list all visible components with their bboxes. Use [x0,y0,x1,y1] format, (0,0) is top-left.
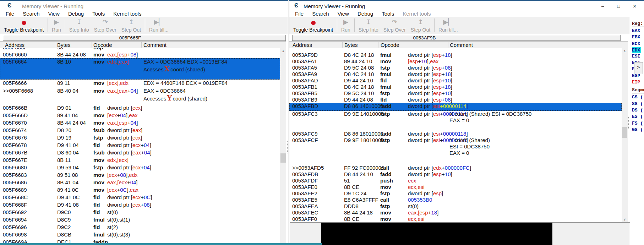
column-separator[interactable] [378,42,378,48]
disasm-row[interactable]: 0053AFA5D9 5C 24 08fstpdword ptr [esp+08… [289,65,622,71]
disassembly-list[interactable]: 0053AF9DD8 4C 24 18fmuldword ptr [esp+18… [289,48,622,222]
menu-item-view[interactable]: View [44,11,64,17]
menu-item-debug[interactable]: Debug [64,11,88,17]
panel-splitter[interactable] [287,141,288,153]
segment-register-ds[interactable]: DS ( [632,107,644,114]
disasm-row[interactable]: 005F666689 11mov[ecx],edxEDX = 4460F148 … [0,80,280,87]
toolbar-run-till-button[interactable]: ▶▏Run till... [436,17,460,34]
menu-item-kernel-tools[interactable]: Kernel tools [398,11,435,17]
disassembly-list[interactable]: 005F665F90nop005F66608B 44 24 08moveax,[… [0,48,280,245]
disasm-row[interactable]: 0053AFE5E8 C6A3FFFFcall005353B0 [289,197,622,203]
menu-item-file[interactable]: File [289,11,308,17]
disasm-row[interactable]: 005F66608B 44 24 08moveax,[esp+08] [0,51,280,58]
disasm-row[interactable]: 005F6680D9 59 04fstpdword ptr [ecx+04] [0,164,280,172]
toolbar-step-over-button[interactable]: ↷Step Over [381,17,408,34]
disasm-row[interactable]: 005F6674D8 20fsubdword ptr [eax] [0,127,280,134]
disasm-row[interactable]: 0053AFEC8B 44 24 18moveax,[esp+18] [289,209,622,216]
disasm-row[interactable]: 0053AFDBD8 44 24 10fadddword ptr [esp+10… [289,171,622,178]
disasm-row[interactable]: 005F6694D8C9fmulst(0),st(1) [0,216,280,224]
minimize-button[interactable]: – [595,1,611,11]
disasm-row[interactable]: 0053AFADD9 44 24 10flddword ptr [esp+10] [289,77,622,84]
disasm-row[interactable]: 0053AFE2D9 1C 24fstpdword ptr [esp] [289,190,622,197]
disasm-row[interactable]: 0053AF9DD8 4C 24 18fmuldword ptr [esp+18… [289,52,622,58]
register-ecx[interactable]: ECX [632,41,644,47]
disasm-row[interactable]: 0053AFA189 44 24 10mov[esp+10],eax [289,58,622,65]
column-header-address[interactable]: Address [5,42,24,48]
disasm-row[interactable]: 0053AFE08B CEmovecx,esi [289,184,622,190]
disasm-row[interactable]: 0053AFA9D8 4C 24 18fmuldword ptr [esp+18… [289,71,622,77]
toolbar-toggle-breakpoint-button[interactable]: Toggle Breakpoint [1,17,46,34]
disasm-row[interactable]: 005F6676D9 19fstpdword ptr [ecx] [0,134,280,142]
column-separator[interactable] [448,42,448,48]
menu-item-file[interactable]: File [0,11,18,17]
disasm-row[interactable]: 0053AFBDD8 86 14010000fadddword ptr [esi… [289,103,622,111]
menu-item-search[interactable]: Search [18,11,44,17]
disasm-row[interactable]: 0053AFCFD9 9E 18010000fstpdword ptr [esi… [289,137,622,165]
disasm-row[interactable]: 0053AFB1D8 4C 24 18fmuldword ptr [esp+18… [289,84,622,90]
toolbar-step-into-button[interactable]: ↧Step Into [67,17,92,34]
scroll-down-icon[interactable]: ∨ [622,217,628,222]
disasm-row[interactable]: 005F667BD8 60 04fsubdword ptr [eax+04] [0,149,280,157]
toolbar-run-button[interactable]: ▶Run [49,17,64,34]
segment-register-fs[interactable]: FS ( [632,120,644,127]
toolbar-toggle-breakpoint-button[interactable]: Toggle Breakpoint [291,17,335,34]
segment-register-ss[interactable]: SS ( [632,101,644,107]
titlebar[interactable]: Є Memory Viewer - Running [0,1,288,11]
disasm-row[interactable]: 005F666D89 41 04mov[ecx+04],eax [0,112,280,119]
scrollbar-thumb[interactable] [622,127,627,138]
segment-register-es[interactable]: ES ( [632,114,644,120]
menu-item-debug[interactable]: Debug [353,11,377,17]
disasm-row[interactable]: 0053AFB9D9 44 24 08flddword ptr [esp+08] [289,97,622,103]
column-header-comment[interactable]: Comment [450,42,473,48]
register-esi[interactable]: ESI [632,53,644,60]
column-header-comment[interactable]: Comment [143,42,167,48]
column-header-bytes[interactable]: Bytes [344,42,358,48]
scroll-up-icon[interactable]: ∧ [280,48,286,54]
disasm-row[interactable]: >>0053AFD5FF 92 FC000000calldword ptr [e… [289,165,622,171]
disasm-row[interactable]: 005F668389 51 08mov[ecx+08],edx [0,172,280,179]
disasm-row[interactable]: 005F6692D9C0fldst(0) [0,209,280,216]
toolbar-step-out-button[interactable]: ↥Step Out [119,17,143,34]
register-edx[interactable]: EDX [632,47,641,53]
toolbar-run-till-button[interactable]: ▶▏Run till... [147,17,171,34]
toolbar-step-out-button[interactable]: ↥Step Out [408,17,433,34]
disasm-row[interactable]: 005F66868B 41 04moveax,[ecx+04] [0,179,280,186]
menu-item-search[interactable]: Search [308,11,333,17]
disasm-row[interactable]: 005F66708B 44 24 04moveax,[esp+04] [0,119,280,127]
column-separator[interactable] [92,42,92,48]
disasm-row[interactable]: 005F668CD9 41 0Cflddword ptr [ecx+0C] [0,194,280,201]
close-button[interactable]: ✕ [627,1,643,11]
menu-item-view[interactable]: View [333,11,353,17]
disasm-row[interactable]: 005F66648B 10movedx,[eax]EAX = 0DC38864 … [0,58,280,80]
disasm-row[interactable]: 005F668FD9 41 08flddword ptr [ecx+08] [0,201,280,209]
maximize-button[interactable]: □ [611,1,627,11]
column-header-opcode[interactable]: Opcode [381,42,399,48]
toolbar-run-button[interactable]: ▶Run [339,17,353,34]
disasm-row[interactable]: 0053AFC3D9 9E 14010000fstpdword ptr [esi… [289,111,622,131]
column-header-opcode[interactable]: Opcode [93,42,112,48]
segment-register-gs[interactable]: GS ( [632,127,644,133]
register-eip[interactable]: EIP [632,79,644,86]
column-separator[interactable] [141,42,142,48]
disasm-row[interactable]: 0053AFF08B CEmovecx,esi [289,216,622,222]
scroll-up-icon[interactable]: ∧ [622,48,628,54]
disasm-row[interactable]: 0053AFB5D9 5C 24 10fstpdword ptr [esp+10… [289,90,622,97]
disasm-row[interactable]: 005F666BD9 01flddword ptr [ecx] [0,104,280,112]
column-header-bytes[interactable]: Bytes [57,42,71,48]
menu-item-tools[interactable]: Tools [377,11,398,17]
disasm-row[interactable]: 005F6678D9 41 04flddword ptr [ecx+04] [0,142,280,149]
register-ebx[interactable]: EBX [632,34,644,40]
disasm-row[interactable]: 0053AFEADDD8fstpst(0) [289,203,622,209]
segment-register-cs[interactable]: CS ( [632,94,644,100]
column-separator[interactable] [342,42,343,48]
disasm-row[interactable]: 005F665F90nop [0,48,280,51]
column-header-address[interactable]: Address [293,42,312,48]
toolbar-step-into-button[interactable]: ↧Step Into [356,17,381,34]
vertical-scrollbar[interactable]: ∧ ∨ [622,48,628,222]
disasm-row[interactable]: 005F6696D9C2fldst(2) [0,224,280,231]
register-eax[interactable]: EAX [632,28,644,34]
address-bar[interactable]: 0053AF9B [292,35,621,41]
vertical-scrollbar[interactable]: ∧ [280,48,286,245]
address-bar[interactable]: 005F665F [3,35,286,41]
toolbar-step-over-button[interactable]: ↷Step Over [92,17,119,34]
